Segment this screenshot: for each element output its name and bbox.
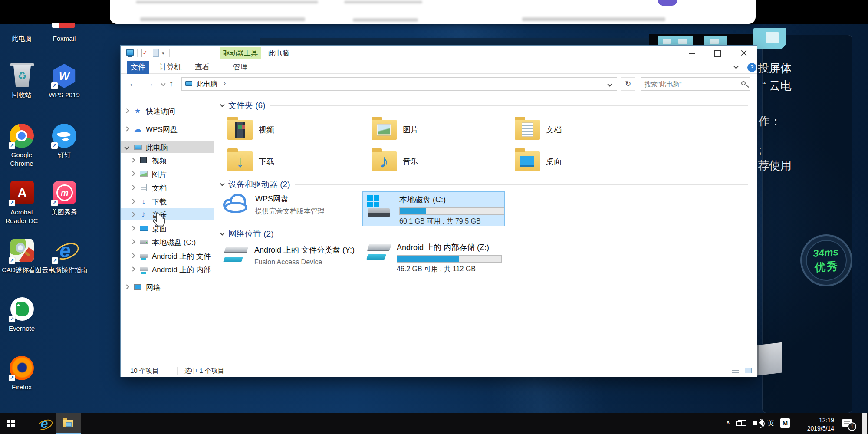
ribbon-collapse-icon[interactable] xyxy=(733,64,738,69)
sidebar-item-music[interactable]: ♪ 音乐 xyxy=(121,208,214,220)
tab-file[interactable]: 文件 xyxy=(127,61,149,74)
address-dropdown-icon[interactable] xyxy=(607,82,612,86)
maximize-button[interactable] xyxy=(707,46,727,59)
sidebar-item-videos[interactable]: 视频 xyxy=(121,154,214,166)
quick-access-newfolder-icon[interactable] xyxy=(153,49,159,57)
sidebar-item-wps-cloud[interactable]: ☁ WPS网盘 xyxy=(121,123,214,135)
chevron-right-icon[interactable] xyxy=(130,212,135,217)
thumbnail-view-icon[interactable] xyxy=(745,368,752,373)
chevron-right-icon[interactable] xyxy=(130,158,135,162)
breadcrumb-separator: › xyxy=(224,79,226,87)
sidebar-item-android-internal[interactable]: Android 上的 内部 xyxy=(121,263,214,275)
desktop-icon-meitu[interactable]: m ↗ 美图秀秀 xyxy=(43,180,86,217)
taskbar-explorer-icon[interactable] xyxy=(56,413,81,434)
desktop-icon-foxmail[interactable]: Foxmail xyxy=(43,33,86,43)
chevron-right-icon[interactable] xyxy=(130,253,135,258)
desktop-icon-google-chrome[interactable]: ↗ Google Chrome xyxy=(0,123,43,168)
sidebar-item-documents[interactable]: 文档 xyxy=(121,181,214,194)
network-tile-android-y[interactable]: Android 上的 文件分类盘 (Y:) Fusion Access Devi… xyxy=(223,245,366,275)
details-view-icon[interactable] xyxy=(732,368,739,373)
chevron-down-icon[interactable] xyxy=(124,145,129,149)
sidebar-item-local-disk-c[interactable]: 本地磁盘 (C:) xyxy=(121,236,214,248)
desktop-icon-wps-2019[interactable]: W ↗ WPS 2019 xyxy=(43,63,86,99)
quick-access-pc-icon[interactable] xyxy=(126,49,134,56)
chevron-right-icon[interactable] xyxy=(130,226,135,230)
shortcut-arrow-icon: ↗ xyxy=(52,257,58,264)
tray-chevron-icon[interactable]: ∧ xyxy=(726,418,730,426)
sidebar-item-desktop[interactable]: 桌面 xyxy=(121,222,214,234)
sidebar-item-pictures[interactable]: 图片 xyxy=(121,168,214,180)
tray-volume-icon[interactable] xyxy=(753,421,757,425)
folder-tile-videos[interactable]: 视频 xyxy=(227,118,358,142)
breadcrumb[interactable]: 此电脑 › xyxy=(181,77,617,91)
up-icon[interactable]: ↑ xyxy=(169,74,174,93)
breadcrumb-root[interactable]: 此电脑 xyxy=(197,80,217,89)
folder-tile-downloads[interactable]: ↓ 下载 xyxy=(227,149,358,174)
start-button[interactable] xyxy=(7,420,15,427)
chevron-right-icon[interactable] xyxy=(130,199,135,204)
tray-clock[interactable]: 12:19 2019/5/14 xyxy=(794,416,834,433)
folder-icon xyxy=(372,120,397,140)
desktop-icon-cad-viewer[interactable]: ↗ CAD迷你看图 xyxy=(0,238,43,274)
tab-view[interactable]: 查看 xyxy=(192,61,213,74)
recent-locations-icon[interactable] xyxy=(161,81,165,86)
network-tile-android-z[interactable]: Android 上的 内部存储 (Z:) 46.2 GB 可用 , 共 112 … xyxy=(363,240,504,273)
drive-tile-wps-cloud[interactable]: WPS网盘 提供完善文档版本管理 xyxy=(223,194,358,224)
foxmail-icon xyxy=(52,23,75,28)
sidebar-item-android-files[interactable]: Android 上的 文件 xyxy=(121,250,214,262)
chevron-right-icon[interactable] xyxy=(130,266,135,271)
tray-date: 2019/5/14 xyxy=(794,424,834,433)
folder-tile-pictures[interactable]: 图片 xyxy=(372,118,502,142)
tray-language[interactable]: 英 xyxy=(767,419,774,428)
desktop-icon-dingtalk[interactable]: ↗ 钉钉 xyxy=(43,123,86,159)
folder-tile-music[interactable]: ♪ 音乐 xyxy=(372,149,502,174)
refresh-button[interactable]: ↻ xyxy=(621,77,635,91)
title-bar[interactable]: ✓ ▾ 驱动器工具 此电脑 xyxy=(121,46,757,61)
tray-ime-icon[interactable]: M xyxy=(780,418,790,428)
sidebar-item-downloads[interactable]: ↓ 下载 xyxy=(121,195,214,207)
desktop-icon-cloud-pc-guide[interactable]: e ↗ 云电脑操作指南 xyxy=(42,238,88,274)
desktop-icon-acrobat[interactable]: A ↗ Acrobat Reader DC xyxy=(0,180,43,226)
section-header-devices[interactable]: 设备和驱动器 (2) xyxy=(220,179,748,190)
tab-manage[interactable]: 管理 xyxy=(230,61,251,74)
local-disk-icon xyxy=(366,194,394,218)
chevron-right-icon[interactable] xyxy=(130,171,135,176)
shortcut-arrow-icon: ↗ xyxy=(51,82,58,89)
folder-icon xyxy=(515,151,540,171)
folder-tile-desktop[interactable]: 桌面 xyxy=(515,149,645,174)
taskbar-ie-icon[interactable]: e xyxy=(36,416,52,431)
chevron-right-icon[interactable] xyxy=(124,108,129,113)
sidebar-item-this-pc[interactable]: 此电脑 xyxy=(121,141,214,153)
search-box[interactable] xyxy=(641,77,750,91)
evernote-icon: ↗ xyxy=(9,296,35,322)
sidebar-item-quick-access[interactable]: ★ 快速访问 xyxy=(121,105,214,117)
desktop-icon-evernote[interactable]: ↗ Evernote xyxy=(0,296,43,333)
forward-icon[interactable]: → xyxy=(146,74,154,93)
help-icon[interactable]: ? xyxy=(747,63,756,72)
desktop-icon-recycle-bin[interactable]: ♻ 回收站 xyxy=(0,63,43,99)
tab-computer[interactable]: 计算机 xyxy=(157,61,184,74)
close-button[interactable] xyxy=(734,46,753,59)
chevron-right-icon[interactable] xyxy=(124,284,129,289)
desktop-icon-firefox[interactable]: ↗ Firefox xyxy=(0,355,43,391)
tool-tab-group-drive-tools[interactable]: 驱动器工具 xyxy=(220,47,261,59)
section-header-network[interactable]: 网络位置 (2) xyxy=(220,228,748,240)
windows-logo-icon xyxy=(367,195,379,207)
search-input[interactable] xyxy=(644,78,736,90)
chevron-right-icon[interactable] xyxy=(130,239,135,244)
status-bar: 10 个项目 选中 1 个项目 xyxy=(121,364,757,377)
folder-tile-documents[interactable]: 文档 xyxy=(515,118,645,142)
chevron-right-icon[interactable] xyxy=(130,185,135,190)
minimize-button[interactable] xyxy=(682,46,701,59)
drive-tile-local-disk-c[interactable]: 本地磁盘 (C:) 60.1 GB 可用 , 共 79.5 GB xyxy=(363,192,504,226)
shortcut-arrow-icon: ↗ xyxy=(9,257,15,264)
desktop-icon-this-pc[interactable]: 此电脑 xyxy=(0,33,43,43)
quick-access-dropdown-icon[interactable]: ▾ xyxy=(162,49,164,57)
chevron-right-icon[interactable] xyxy=(124,126,129,131)
sidebar-item-network[interactable]: 网络 xyxy=(121,281,214,293)
quick-access-properties-icon[interactable]: ✓ xyxy=(141,49,148,57)
section-header-folders[interactable]: 文件夹 (6) xyxy=(220,100,748,111)
tray-network-icon[interactable] xyxy=(738,420,746,426)
show-desktop-button[interactable] xyxy=(862,413,867,434)
back-icon[interactable]: ← xyxy=(128,74,137,93)
